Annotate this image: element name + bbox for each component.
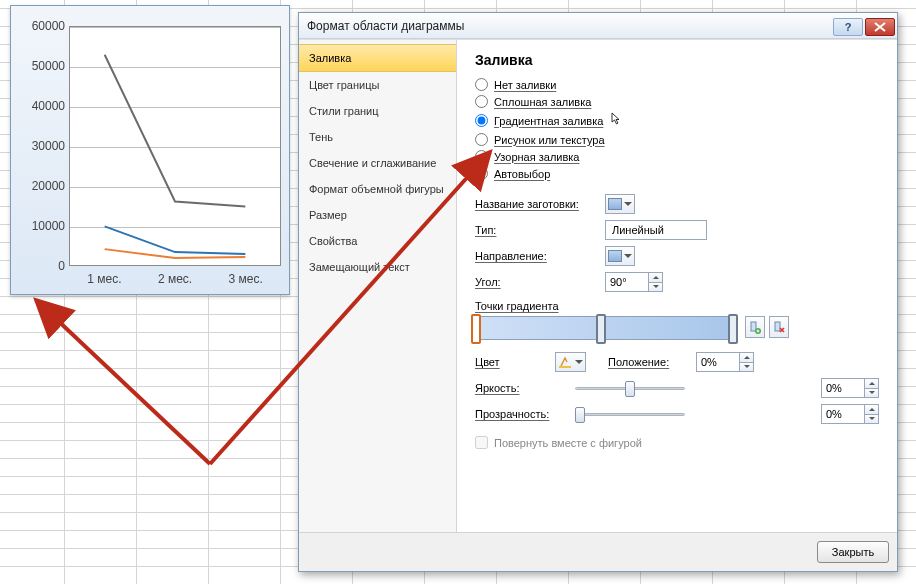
angle-label: Угол: <box>475 276 595 288</box>
transparency-input[interactable] <box>821 404 865 424</box>
fill-panel: Заливка Нет заливки Сплошная заливка Гра… <box>457 40 897 532</box>
nav-border-color[interactable]: Цвет границы <box>299 72 456 98</box>
spin-up[interactable] <box>740 352 754 362</box>
xtick: 1 мес. <box>69 272 140 286</box>
checkbox-label: Повернуть вместе с фигурой <box>494 437 642 449</box>
chart-x-ticks: 1 мес. 2 мес. 3 мес. <box>69 272 281 286</box>
transparency-label: Прозрачность: <box>475 408 565 420</box>
remove-gradient-stop-button[interactable] <box>769 316 789 338</box>
spin-up[interactable] <box>865 404 879 414</box>
color-label: Цвет <box>475 356 545 368</box>
nav-properties[interactable]: Свойства <box>299 228 456 254</box>
type-value: Линейный <box>606 224 690 236</box>
position-label: Положение: <box>608 356 686 368</box>
radio-label: Рисунок или текстура <box>494 134 605 146</box>
nav-shadow[interactable]: Тень <box>299 124 456 150</box>
radio-label: Автовыбор <box>494 168 550 180</box>
gradient-stops-label: Точки градиента <box>475 300 879 312</box>
gradient-stop-handle[interactable] <box>471 314 481 344</box>
chart-y-ticks: 60000 50000 40000 30000 20000 10000 0 <box>11 20 65 300</box>
radio-input[interactable] <box>475 133 488 146</box>
direction-dropdown[interactable] <box>605 246 635 266</box>
ytick: 60000 <box>11 20 65 60</box>
checkbox-input <box>475 436 488 449</box>
ytick: 40000 <box>11 100 65 140</box>
radio-label: Узорная заливка <box>494 151 579 163</box>
dialog-title: Формат области диаграммы <box>307 19 833 33</box>
svg-rect-2 <box>751 322 756 331</box>
gradient-stop-handle[interactable] <box>596 314 606 344</box>
nav-alt-text[interactable]: Замещающий текст <box>299 254 456 280</box>
radio-input[interactable] <box>475 167 488 180</box>
preset-dropdown[interactable] <box>605 194 635 214</box>
gradient-stops-track[interactable] <box>475 316 735 340</box>
nav-size[interactable]: Размер <box>299 202 456 228</box>
chart-area[interactable]: 60000 50000 40000 30000 20000 10000 0 1 … <box>10 5 290 295</box>
nav-fill[interactable]: Заливка <box>299 44 456 72</box>
radio-input[interactable] <box>475 78 488 91</box>
chart-plot <box>69 26 281 266</box>
color-dropdown[interactable] <box>555 352 586 372</box>
dialog-footer: Закрыть <box>299 532 897 571</box>
brightness-label: Яркость: <box>475 382 565 394</box>
ytick: 0 <box>11 260 65 300</box>
ytick: 50000 <box>11 60 65 100</box>
radio-input[interactable] <box>475 150 488 163</box>
transparency-spinner[interactable] <box>821 404 879 424</box>
angle-input[interactable] <box>605 272 649 292</box>
spin-up[interactable] <box>649 272 663 282</box>
radio-label: Градиентная заливка <box>494 115 603 127</box>
radio-label: Сплошная заливка <box>494 96 591 108</box>
ytick: 30000 <box>11 140 65 180</box>
category-nav: Заливка Цвет границы Стили границ Тень С… <box>299 40 457 532</box>
spin-up[interactable] <box>865 378 879 388</box>
svg-rect-4 <box>775 322 780 331</box>
direction-label: Направление: <box>475 250 595 262</box>
radio-pattern-fill[interactable]: Узорная заливка <box>475 150 879 163</box>
nav-3d-format[interactable]: Формат объемной фигуры <box>299 176 456 202</box>
radio-no-fill[interactable]: Нет заливки <box>475 78 879 91</box>
radio-solid-fill[interactable]: Сплошная заливка <box>475 95 879 108</box>
svg-rect-5 <box>559 366 571 368</box>
add-gradient-stop-button[interactable] <box>745 316 765 338</box>
nav-border-styles[interactable]: Стили границ <box>299 98 456 124</box>
radio-input[interactable] <box>475 95 488 108</box>
spin-down[interactable] <box>740 362 754 373</box>
close-button[interactable]: Закрыть <box>817 541 889 563</box>
window-close-button[interactable] <box>865 18 895 36</box>
radio-label: Нет заливки <box>494 79 556 91</box>
type-combo[interactable]: Линейный <box>605 220 707 240</box>
brightness-input[interactable] <box>821 378 865 398</box>
dialog-titlebar[interactable]: Формат области диаграммы ? <box>299 13 897 39</box>
panel-heading: Заливка <box>475 52 879 68</box>
type-label: Тип: <box>475 224 595 236</box>
spin-down[interactable] <box>865 388 879 399</box>
format-chart-area-dialog: Формат области диаграммы ? Заливка Цвет … <box>298 12 898 572</box>
radio-picture-fill[interactable]: Рисунок или текстура <box>475 133 879 146</box>
angle-spinner[interactable] <box>605 272 663 292</box>
transparency-slider[interactable] <box>575 405 685 423</box>
gradient-stop-handle[interactable] <box>728 314 738 344</box>
xtick: 3 мес. <box>210 272 281 286</box>
nav-glow[interactable]: Свечение и сглаживание <box>299 150 456 176</box>
ytick: 10000 <box>11 220 65 260</box>
brightness-spinner[interactable] <box>821 378 879 398</box>
position-spinner[interactable] <box>696 352 754 372</box>
spin-down[interactable] <box>865 414 879 425</box>
radio-input[interactable] <box>475 114 488 127</box>
cursor-icon <box>611 112 623 129</box>
help-button[interactable]: ? <box>833 18 863 36</box>
spin-down[interactable] <box>649 282 663 293</box>
radio-automatic[interactable]: Автовыбор <box>475 167 879 180</box>
brightness-slider[interactable] <box>575 379 685 397</box>
rotate-with-shape-checkbox[interactable]: Повернуть вместе с фигурой <box>475 436 879 449</box>
position-input[interactable] <box>696 352 740 372</box>
radio-gradient-fill[interactable]: Градиентная заливка <box>475 112 879 129</box>
preset-label: Название заготовки: <box>475 198 595 210</box>
xtick: 2 мес. <box>140 272 211 286</box>
ytick: 20000 <box>11 180 65 220</box>
chart-lines <box>70 27 280 265</box>
